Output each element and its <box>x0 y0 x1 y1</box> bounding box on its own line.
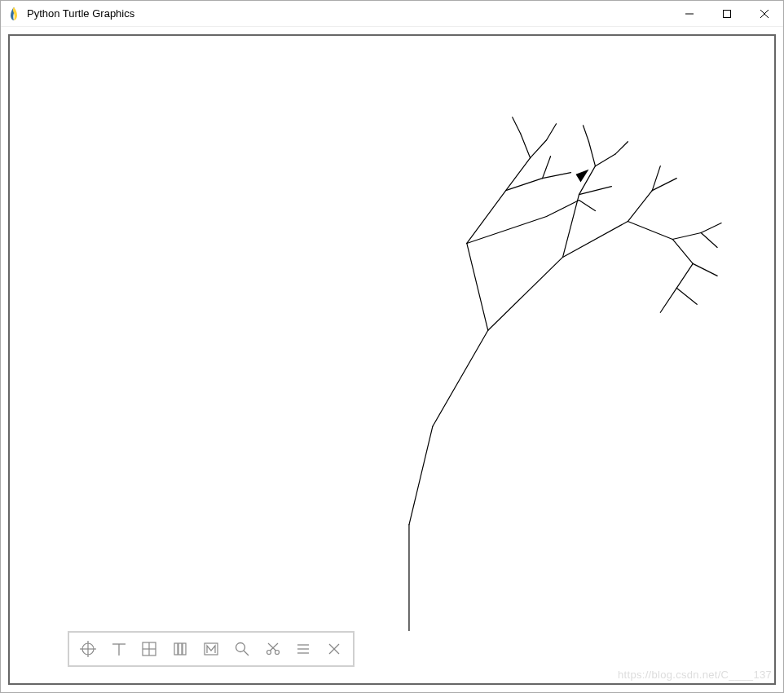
columns-icon[interactable] <box>166 635 194 663</box>
scissors-icon[interactable] <box>259 635 287 663</box>
tee-icon[interactable] <box>105 635 133 663</box>
magnify-icon[interactable] <box>228 635 256 663</box>
svg-line-18 <box>244 651 249 655</box>
svg-rect-15 <box>183 643 186 655</box>
svg-rect-14 <box>178 643 182 655</box>
titlebar[interactable]: Python Turtle Graphics <box>1 1 783 27</box>
svg-rect-13 <box>174 643 178 655</box>
canvas-frame <box>8 34 776 685</box>
close-button[interactable] <box>746 1 783 27</box>
python-feather-icon <box>7 7 20 20</box>
floating-toolbar[interactable] <box>68 631 355 667</box>
window-controls <box>671 1 783 27</box>
target-icon[interactable] <box>74 635 102 663</box>
app-window: Python Turtle Graphics <box>0 0 784 693</box>
svg-rect-1 <box>724 10 731 17</box>
window-title: Python Turtle Graphics <box>27 7 671 20</box>
m-box-icon[interactable] <box>197 635 225 663</box>
maximize-button[interactable] <box>708 1 746 27</box>
minimize-button[interactable] <box>671 1 708 27</box>
lines-icon[interactable] <box>289 635 317 663</box>
turtle-canvas[interactable] <box>10 36 774 685</box>
close-x-icon[interactable] <box>320 635 348 663</box>
svg-rect-16 <box>205 643 218 655</box>
grid-icon[interactable] <box>136 635 164 663</box>
svg-point-17 <box>236 643 244 652</box>
